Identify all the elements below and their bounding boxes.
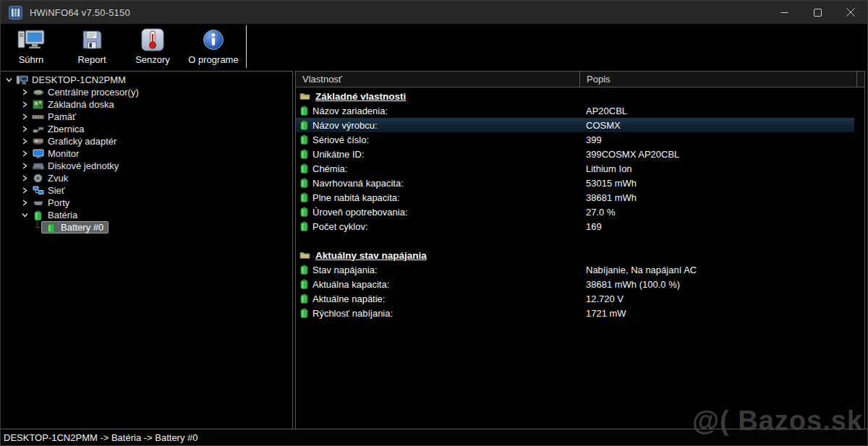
tree-item-ports[interactable]: Porty: [1, 197, 292, 209]
property-row-cycle-count[interactable]: Počet cyklov: 169: [296, 219, 854, 233]
bus-icon: [32, 125, 44, 134]
property-label: Rýchlosť nabíjania:: [312, 308, 586, 319]
property-label: Chémia:: [312, 163, 586, 174]
tree-item-gpu[interactable]: Grafický adaptér: [1, 135, 292, 147]
column-header-description[interactable]: Popis: [580, 72, 857, 87]
property-row-unique-id[interactable]: Unikátne ID: 399COSMX AP20CBL: [296, 147, 854, 161]
tree-item-motherboard[interactable]: Základná doska: [1, 98, 292, 111]
chevron-right-icon[interactable]: [20, 175, 29, 181]
report-button[interactable]: Report: [61, 24, 122, 69]
thermometer-sensors-icon: [141, 27, 164, 53]
tree-item-memory[interactable]: Pamäť: [1, 111, 292, 123]
tree-item-label: Sieť: [48, 185, 65, 196]
tree-item-label: Grafický adaptér: [48, 136, 116, 147]
floppy-report-icon: [80, 27, 103, 53]
tree-item-monitor[interactable]: Monitor: [1, 147, 292, 160]
property-value: Lithium Ion: [586, 163, 632, 174]
tree-item-cpu[interactable]: Centrálne procesor(y): [1, 86, 292, 98]
minimize-button[interactable]: [767, 1, 801, 24]
chevron-right-icon[interactable]: [20, 101, 29, 108]
property-row-designed-capacity[interactable]: Navrhovaná kapacita: 53015 mWh: [296, 176, 854, 190]
close-button[interactable]: [834, 1, 867, 24]
property-row-wear-level[interactable]: Úroveň opotrebovania: 27.0 %: [296, 205, 854, 219]
tree-item-battery0[interactable]: Battery #0: [1, 221, 292, 233]
battery-small-icon: [300, 221, 308, 231]
motherboard-icon: [32, 100, 44, 109]
property-row-current-capacity[interactable]: Aktuálna kapacita: 38681 mWh (100.0 %): [296, 277, 854, 291]
property-label: Názov výrobcu:: [312, 120, 586, 131]
chevron-right-icon[interactable]: [20, 126, 29, 132]
property-value: 1721 mW: [586, 308, 626, 319]
battery-small-icon: [300, 149, 308, 159]
property-value: 27.0 %: [586, 207, 615, 218]
disk-icon: [32, 162, 44, 171]
report-button-label: Report: [77, 54, 106, 65]
battery-small-icon: [300, 134, 308, 145]
property-row-current-voltage[interactable]: Aktuálne napätie: 12.720 V: [296, 291, 854, 306]
property-row-chemistry[interactable]: Chémia: Lithium Ion: [296, 161, 854, 176]
section-spacer: [296, 233, 864, 248]
property-row-manufacturer[interactable]: Názov výrobcu: COSMX: [296, 118, 854, 132]
summary-button-label: Súhrn: [19, 54, 44, 65]
battery-small-icon: [300, 106, 308, 116]
battery-small-icon: [300, 178, 308, 188]
tree-item-label: Zbernica: [48, 124, 85, 134]
sensors-button[interactable]: Senzory: [122, 24, 183, 69]
summary-button[interactable]: Súhrn: [1, 24, 61, 69]
property-value: 12.720 V: [586, 293, 624, 304]
chevron-down-icon[interactable]: [4, 77, 13, 83]
property-value: AP20CBL: [586, 106, 627, 116]
ports-icon: [32, 200, 44, 207]
property-label: Aktuálna kapacita:: [312, 279, 586, 290]
column-header-property[interactable]: Vlastnosť: [296, 72, 580, 87]
tree-item-label: Batéria: [48, 210, 77, 220]
property-row-serial[interactable]: Sériové číslo: 399: [296, 132, 854, 147]
property-row-power-state[interactable]: Stav napájania: Nabíjanie, Na napájaní A…: [296, 262, 854, 277]
tree-item-computer[interactable]: DESKTOP-1CN2PMM: [1, 74, 292, 86]
tree-selection[interactable]: Battery #0: [41, 221, 109, 233]
section-title: Aktuálny stav napájania: [315, 250, 427, 261]
property-label: Navrhovaná kapacita:: [312, 178, 586, 189]
property-label: Názov zariadenia:: [312, 106, 586, 116]
property-label: Plne nabitá kapacita:: [312, 192, 586, 203]
hwinfo-window: HWiNFO64 v7.50-5150: [0, 0, 868, 446]
property-row-charge-rate[interactable]: Rýchlosť nabíjania: 1721 mW: [296, 306, 854, 320]
cpu-icon: [32, 88, 44, 97]
info-about-icon: [202, 27, 225, 53]
battery-small-icon: [300, 308, 308, 318]
properties-header: Vlastnosť Popis: [296, 72, 864, 87]
chevron-right-icon[interactable]: [20, 138, 29, 145]
property-value: 169: [586, 221, 602, 232]
maximize-button[interactable]: [801, 1, 834, 24]
property-row-device-name[interactable]: Názov zariadenia: AP20CBL: [296, 103, 854, 118]
chevron-down-icon[interactable]: [20, 212, 29, 218]
property-label: Počet cyklov:: [312, 221, 586, 232]
main-area: DESKTOP-1CN2PMM Centrálne procesor(y) Zá…: [1, 69, 867, 429]
property-label: Unikátne ID:: [312, 149, 586, 160]
titlebar: HWiNFO64 v7.50-5150: [1, 1, 867, 24]
section-header-basic[interactable]: Základné vlastnosti: [296, 89, 864, 103]
chevron-right-icon[interactable]: [20, 89, 29, 95]
tree-item-label: Základná doska: [48, 99, 114, 110]
property-value: 53015 mWh: [586, 178, 637, 189]
chevron-right-icon[interactable]: [20, 163, 29, 169]
sensors-button-label: Senzory: [135, 54, 170, 65]
about-button[interactable]: O programe: [183, 24, 244, 69]
tree-item-bus[interactable]: Zbernica: [1, 123, 292, 135]
network-icon: [32, 186, 44, 195]
chevron-right-icon[interactable]: [20, 150, 29, 157]
property-row-full-capacity[interactable]: Plne nabitá kapacita: 38681 mWh: [296, 190, 854, 205]
chevron-right-icon[interactable]: [20, 187, 29, 194]
chevron-right-icon[interactable]: [20, 200, 29, 206]
tree-item-battery[interactable]: Batéria: [1, 209, 292, 221]
tree-item-sound[interactable]: Zvuk: [1, 172, 292, 184]
battery-small-icon: [300, 192, 308, 202]
property-label: Úroveň opotrebovania:: [312, 207, 586, 218]
tree-item-network[interactable]: Sieť: [1, 184, 292, 197]
maximize-icon: [814, 9, 822, 17]
section-header-power-state[interactable]: Aktuálny stav napájania: [296, 248, 864, 262]
chevron-right-icon[interactable]: [20, 113, 29, 120]
about-button-label: O programe: [188, 54, 238, 65]
tree-item-label: DESKTOP-1CN2PMM: [32, 74, 126, 85]
tree-item-drives[interactable]: Diskové jednotky: [1, 160, 292, 172]
